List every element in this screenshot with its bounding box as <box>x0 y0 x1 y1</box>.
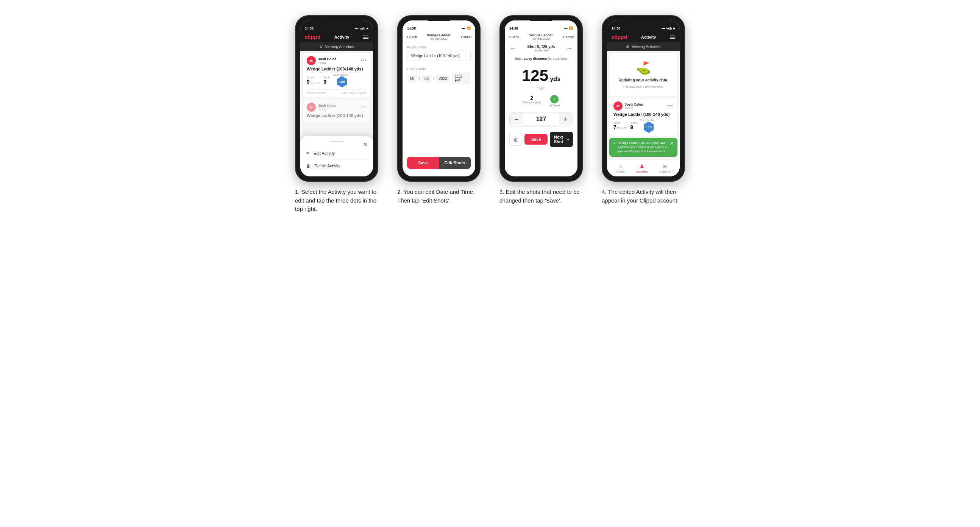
target-label: Target <box>505 86 578 90</box>
shot-distance-input[interactable]: 127 <box>523 113 559 126</box>
activity-card-2[interactable]: JC Josh Coles Today ••• Wedge Ladder (10… <box>302 99 371 124</box>
save-btn-2[interactable]: Save <box>407 157 439 169</box>
edit-activity-item[interactable]: ✏ Edit Activity <box>306 147 367 159</box>
hamburger-icon-1[interactable] <box>363 36 368 39</box>
avatar-2: JC <box>307 103 316 112</box>
phone-2-frame: 14:38 ▪▪▪ 📶 < Back Wedge Ladder 06 Mar 2… <box>397 15 480 182</box>
updating-sub: This may take a few moments. <box>623 85 664 89</box>
card-stats-4: Score 7 OUT OF Shots 9 <box>613 119 673 133</box>
signal-icon: ▪▪▪ <box>355 27 359 30</box>
quality-group-4: Shot Quality 118 <box>640 119 654 133</box>
user-info-2: Josh Coles Today <box>318 104 336 111</box>
shot-nav: < Back Wedge Ladder 06 Mar 2023 Cancel <box>505 32 578 43</box>
quality-badge-4: 118 <box>643 122 654 133</box>
decrement-btn[interactable]: − <box>510 113 523 126</box>
toolbar-1: ⚙ Viewing Activities <box>300 43 373 51</box>
app-header-1: clippd Activity <box>300 32 373 43</box>
time-field[interactable]: 1:13 PM <box>452 72 471 84</box>
hit-target-icon: ✓ <box>550 95 558 103</box>
delete-shot-btn[interactable]: 🗑 <box>509 133 522 146</box>
activity-card-4[interactable]: JC Josh Coles Today ••• Wedge Ladder (10… <box>609 98 678 136</box>
quality-group-1: Shot Quality 130 <box>333 73 348 87</box>
card-header-1: JC Josh Coles Today ••• <box>307 56 367 65</box>
difference-label: Difference (yds) <box>522 101 541 104</box>
phone-1-column: 14:38 ▪▪▪ wifi ■ clippd Activity <box>291 15 382 214</box>
status-bar-2: 14:38 ▪▪▪ 📶 <box>402 21 475 32</box>
user-date-1: Today <box>318 61 336 64</box>
nav-activities[interactable]: ♟ Activities <box>636 163 648 173</box>
edit-shots-btn[interactable]: Edit Shots <box>439 157 471 169</box>
shot-title-group: Wedge Ladder 06 Mar 2023 <box>530 33 553 41</box>
next-shot-label: Next Shot <box>553 135 564 144</box>
three-dots-2[interactable]: ••• <box>361 105 367 110</box>
toolbar-text-1: Viewing Activities <box>325 44 354 49</box>
back-btn-3[interactable]: < Back <box>509 35 519 39</box>
shots-val-1: 9 <box>323 79 330 85</box>
edit-label: Edit Activity <box>313 151 335 156</box>
sheet-close-1[interactable]: ✕ <box>363 141 368 148</box>
logo-4: clippd <box>612 34 627 40</box>
month-field[interactable]: 03 <box>422 75 432 83</box>
back-btn-2[interactable]: < Back <box>406 35 417 39</box>
screen-content-4: ⛳ Updating your activity data. This may … <box>607 51 680 176</box>
shot-info-center: Shot 6, 125 yds Score 7/9 <box>528 44 555 52</box>
caption-3: 3. Edit the shots that need to be change… <box>500 188 583 205</box>
time-2: 14:38 <box>407 27 416 30</box>
activity-card-1[interactable]: JC Josh Coles Today ••• Wedge Ladder (10… <box>302 52 371 98</box>
trash-icon: 🗑 <box>306 163 310 168</box>
shots-group-4: Shots 9 <box>630 122 637 130</box>
signal-icon-2: ▪▪▪ <box>461 27 465 30</box>
right-arrow[interactable]: → <box>566 45 572 52</box>
phone-1-notch <box>323 16 350 21</box>
time-4: 14:38 <box>612 27 620 30</box>
shot-nav-title: Wedge Ladder <box>530 33 553 37</box>
next-shot-btn[interactable]: Next Shot → <box>550 132 573 147</box>
left-arrow[interactable]: ← <box>510 45 516 52</box>
increment-btn[interactable]: + <box>559 113 573 126</box>
nav-title-2: Wedge Ladder 06 Mar 2023 <box>427 33 450 41</box>
card-header-4: JC Josh Coles Today ••• <box>613 102 673 111</box>
status-bar-1: 14:38 ▪▪▪ wifi ■ <box>300 21 373 32</box>
battery-icon-4: ■ <box>673 27 675 30</box>
status-icons-3: ▪▪▪ 📶 <box>564 27 573 30</box>
status-icons-2: ▪▪▪ 📶 <box>461 27 471 30</box>
day-field[interactable]: 06 <box>407 75 417 83</box>
avatar-4: JC <box>613 102 622 111</box>
check-icon: ✓ <box>613 141 616 145</box>
phone-1-frame: 14:38 ▪▪▪ wifi ■ clippd Activity <box>295 15 378 182</box>
toast-close-btn[interactable]: ✕ <box>670 141 674 146</box>
shot-action-row: 🗑 Save Next Shot → <box>509 132 573 147</box>
avatar-1: JC <box>307 56 316 65</box>
phone-1-screen: 14:38 ▪▪▪ wifi ■ clippd Activity <box>300 21 373 176</box>
three-dots-4[interactable]: ••• <box>667 103 673 109</box>
practice-title-input[interactable]: Wedge Ladder (100-140 yds) <box>407 51 471 61</box>
scroll-1: JC Josh Coles Today ••• Wedge Ladder (10… <box>300 52 373 129</box>
card-user-1: JC Josh Coles Today <box>307 56 336 65</box>
cancel-btn-2[interactable]: Cancel <box>461 35 471 39</box>
screen-content-2: Practice Title Wedge Ladder (100-140 yds… <box>402 43 475 176</box>
cancel-btn-3[interactable]: Cancel <box>563 35 574 39</box>
hamburger-icon-4[interactable] <box>670 36 675 39</box>
nav-capture[interactable]: ⊕ Capture <box>659 163 670 173</box>
capture-label: Capture <box>659 170 670 173</box>
time-3: 14:39 <box>509 27 518 30</box>
year-field[interactable]: 2023 <box>436 75 450 83</box>
header-title-4: Activity <box>641 35 656 40</box>
signal-icon-3: ▪▪▪ <box>564 27 568 30</box>
form-nav-2: < Back Wedge Ladder 06 Mar 2023 Cancel <box>402 32 475 43</box>
save-shot-btn[interactable]: Save <box>525 134 547 144</box>
practice-title-label: Practice Title <box>407 45 471 49</box>
delete-activity-item[interactable]: 🗑 Delete Activity <box>306 160 367 172</box>
carry-instruction: Enter carry distance for each shot <box>505 54 578 63</box>
pencil-icon: ✏ <box>306 151 310 156</box>
shot-score: Score 7/9 <box>528 49 555 52</box>
nav-title-main-2: Wedge Ladder <box>427 33 450 37</box>
nav-home[interactable]: ⌂ Home <box>616 163 624 173</box>
big-yardage: 125 yds <box>505 63 578 86</box>
score-group-1: Score 9 OUT OF <box>307 76 320 85</box>
three-dots-1[interactable]: ••• <box>361 58 367 63</box>
shot-arrows-row: ← Shot 6, 125 yds Score 7/9 → <box>505 43 578 54</box>
status-bar-3: 14:39 ▪▪▪ 📶 <box>505 21 578 32</box>
activities-label: Activities <box>636 170 648 173</box>
nav-title-sub-2: 06 Mar 2023 <box>427 37 450 41</box>
